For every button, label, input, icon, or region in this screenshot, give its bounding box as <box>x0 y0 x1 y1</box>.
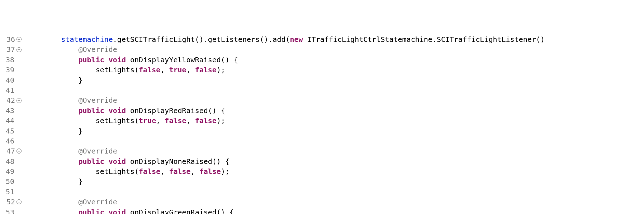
gutter-line: 36− <box>0 34 22 44</box>
code-token: public <box>79 106 104 115</box>
fold-toggle-icon[interactable]: − <box>16 47 22 52</box>
code-token: , <box>186 65 195 74</box>
line-number: 37 <box>6 44 16 54</box>
gutter: 36−37−3839404142−4344454647−4849505152−5… <box>0 34 22 214</box>
code-token: false <box>139 167 160 176</box>
code-line[interactable]: @Override <box>27 95 545 105</box>
code-token: public <box>79 55 104 64</box>
code-token <box>104 55 109 64</box>
fold-toggle-icon[interactable]: − <box>16 37 22 42</box>
code-token <box>27 208 79 214</box>
code-token: } <box>27 76 83 84</box>
code-token <box>27 96 79 104</box>
gutter-line: 42− <box>0 95 22 105</box>
code-token: , <box>160 65 169 74</box>
code-token <box>27 45 79 54</box>
code-token: void <box>109 157 126 166</box>
line-number: 46 <box>6 136 15 146</box>
code-line[interactable]: @Override <box>27 146 545 156</box>
gutter-line: 53 <box>0 207 22 214</box>
code-token: setLights( <box>27 116 139 125</box>
line-number: 52 <box>6 197 16 207</box>
code-token: false <box>169 167 190 176</box>
line-number: 42 <box>6 95 16 105</box>
code-token <box>104 208 109 214</box>
fold-toggle-icon[interactable]: − <box>16 98 22 103</box>
code-line[interactable]: setLights(false, false, false); <box>27 166 545 176</box>
gutter-line: 40 <box>0 75 22 85</box>
line-number: 44 <box>6 116 15 126</box>
code-token: void <box>109 208 126 214</box>
code-line[interactable]: } <box>27 126 545 136</box>
line-number: 50 <box>6 176 15 186</box>
code-editor[interactable]: 36−37−3839404142−4344454647−4849505152−5… <box>0 34 644 214</box>
code-token: , <box>186 116 195 125</box>
line-number: 38 <box>6 55 15 65</box>
line-number: 49 <box>6 166 15 176</box>
code-token: ); <box>221 167 229 176</box>
fold-toggle-icon[interactable]: − <box>16 149 22 154</box>
code-line[interactable]: @Override <box>27 44 545 54</box>
code-token <box>27 198 79 206</box>
code-line[interactable]: } <box>27 75 545 85</box>
gutter-line: 51 <box>0 187 22 197</box>
code-line[interactable]: } <box>27 176 545 186</box>
code-token <box>27 55 79 64</box>
code-line[interactable] <box>27 136 545 146</box>
code-token: true <box>169 65 186 74</box>
code-token: @Override <box>79 45 117 54</box>
code-token: onDisplayYellowRaised() { <box>126 55 238 64</box>
code-line[interactable]: @Override <box>27 197 545 207</box>
code-token <box>27 106 79 115</box>
gutter-line: 50 <box>0 176 22 186</box>
code-token: false <box>165 116 186 125</box>
code-area[interactable]: statemachine.getSCITrafficLight().getLis… <box>22 34 545 214</box>
line-number: 36 <box>6 34 16 44</box>
code-token: false <box>199 167 221 176</box>
code-token <box>104 106 109 115</box>
gutter-line: 38 <box>0 55 22 65</box>
code-token: ); <box>217 116 225 125</box>
code-token: onDisplayGreenRaised() { <box>126 208 234 214</box>
code-line[interactable]: public void onDisplayYellowRaised() { <box>27 55 545 65</box>
gutter-line: 44 <box>0 116 22 126</box>
line-number: 53 <box>6 207 15 214</box>
line-number: 40 <box>6 75 15 85</box>
code-token: onDisplayRedRaised() { <box>126 106 225 115</box>
code-token: true <box>139 116 156 125</box>
code-line[interactable]: public void onDisplayGreenRaised() { <box>27 207 545 214</box>
gutter-line: 48 <box>0 156 22 166</box>
line-number: 39 <box>6 65 15 75</box>
gutter-line: 39 <box>0 65 22 75</box>
code-line[interactable] <box>27 85 545 95</box>
line-number: 47 <box>6 146 16 156</box>
code-token: .getSCITrafficLight().getListeners().add… <box>113 35 290 44</box>
code-token <box>27 157 79 166</box>
fold-toggle-icon[interactable]: − <box>16 199 22 204</box>
code-token: false <box>195 116 217 125</box>
gutter-line: 46 <box>0 136 22 146</box>
code-token: new <box>290 35 303 44</box>
gutter-line: 49 <box>0 166 22 176</box>
code-line[interactable] <box>27 187 545 197</box>
code-line[interactable]: setLights(true, false, false); <box>27 116 545 126</box>
code-line[interactable]: statemachine.getSCITrafficLight().getLis… <box>27 34 545 44</box>
code-token: , <box>156 116 165 125</box>
gutter-line: 52− <box>0 197 22 207</box>
line-number: 41 <box>6 85 15 95</box>
line-number: 43 <box>6 106 15 116</box>
code-token <box>27 147 79 155</box>
code-line[interactable]: setLights(false, true, false); <box>27 65 545 75</box>
code-line[interactable]: public void onDisplayNoneRaised() { <box>27 156 545 166</box>
code-token: ITrafficLightCtrlStatemachine.SCITraffic… <box>303 35 545 44</box>
line-number: 51 <box>6 187 15 197</box>
code-line[interactable]: public void onDisplayRedRaised() { <box>27 106 545 116</box>
code-token: @Override <box>79 96 117 104</box>
gutter-line: 37− <box>0 44 22 54</box>
code-token: } <box>27 177 83 186</box>
code-token: , <box>191 167 199 176</box>
code-token: statemachine <box>61 35 113 44</box>
code-token: setLights( <box>27 167 139 176</box>
gutter-line: 43 <box>0 106 22 116</box>
code-token: @Override <box>79 147 117 155</box>
